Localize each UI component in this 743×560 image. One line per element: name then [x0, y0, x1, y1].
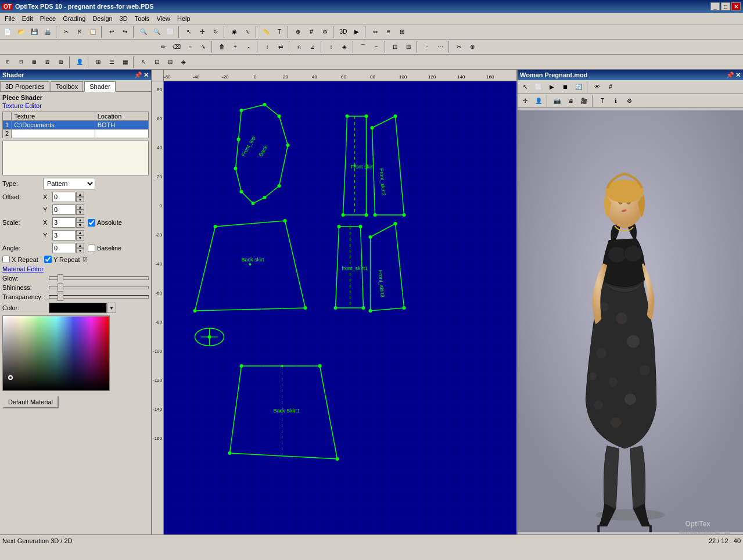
shininess-track[interactable] [49, 286, 149, 289]
tb-distribute[interactable]: ⊞ [396, 26, 408, 38]
menu-help[interactable]: Help [174, 14, 194, 23]
menu-view[interactable]: View [153, 14, 174, 23]
tb-fit[interactable]: ⬜ [164, 26, 177, 38]
tb3-grid-lg[interactable]: ▦ [28, 56, 41, 69]
maximize-button[interactable]: □ [721, 2, 730, 10]
tb2-circle[interactable]: ○ [184, 41, 196, 53]
tb2-break[interactable]: ⋮ [421, 41, 433, 53]
right-panel-controls[interactable]: 📌 ✕ [726, 71, 741, 79]
transparency-thumb[interactable] [58, 293, 63, 301]
x-repeat-checkbox[interactable] [2, 256, 10, 263]
transparency-track[interactable] [49, 295, 149, 299]
tb2-arrow[interactable]: ↕ [261, 41, 274, 53]
tb2-join[interactable]: ⋯ [434, 41, 447, 53]
texture-path-1[interactable]: C:\Documents [12, 121, 95, 130]
texture-path-2[interactable] [12, 130, 95, 138]
tb-select[interactable]: ↖ [182, 26, 195, 38]
tb3-table[interactable]: ⊞ [92, 56, 105, 69]
tb-copy[interactable]: ⎘ [73, 26, 86, 38]
tb3-deselect[interactable]: ⊟ [164, 56, 177, 69]
tb-zoom-out[interactable]: 🔍 [150, 26, 163, 38]
texture-row-2[interactable]: 2 [3, 130, 149, 138]
offset-y-up[interactable]: ▲ [76, 204, 84, 210]
tb2-eraser[interactable]: ⌫ [170, 41, 183, 53]
tb2-trim[interactable]: ✂ [453, 41, 465, 53]
glow-thumb[interactable] [58, 274, 63, 282]
scale-x-input[interactable]: 3 [52, 217, 76, 228]
rp-close[interactable]: ✕ [735, 71, 741, 79]
pattern-canvas-area[interactable]: -60 -40 -20 0 20 40 60 80 100 120 140 16… [152, 70, 516, 534]
scale-x-down[interactable]: ▼ [76, 222, 84, 228]
menu-grading[interactable]: Grading [59, 14, 89, 23]
offset-x-spin[interactable]: 0 ▲ ▼ [52, 192, 84, 202]
material-editor-link[interactable]: Material Editor [2, 265, 149, 272]
tb3-marker[interactable]: ▦ [119, 56, 131, 69]
color-preview[interactable] [49, 303, 107, 313]
tb3-grid-sm[interactable]: ⊞ [1, 56, 14, 69]
texture-location-2[interactable] [95, 130, 148, 138]
shininess-thumb[interactable] [58, 283, 63, 292]
rp-loop-btn[interactable]: 🔄 [572, 81, 585, 94]
y-repeat-checkbox[interactable] [44, 256, 52, 263]
rp-info-btn[interactable]: ℹ [609, 95, 622, 107]
tb-print[interactable]: 🖨️ [41, 26, 54, 38]
rp-frame-btn[interactable]: ⬜ [532, 81, 545, 94]
color-picker-gradient[interactable] [2, 315, 110, 391]
angle-down[interactable]: ▼ [76, 248, 84, 253]
tb3-grid-xl[interactable]: ▨ [41, 56, 54, 69]
tab-shader[interactable]: Shader [84, 81, 115, 92]
angle-btns[interactable]: ▲ ▼ [76, 243, 84, 253]
scale-y-up[interactable]: ▲ [76, 230, 84, 235]
tb-zoom-in[interactable]: 🔍 [137, 26, 150, 38]
menu-tools[interactable]: Tools [131, 14, 153, 23]
tb2-parallel[interactable]: ⊟ [402, 41, 415, 53]
tb-new[interactable]: 📄 [1, 26, 14, 38]
tb-paste[interactable]: 📋 [87, 26, 99, 38]
type-select[interactable]: Pattern Solid Gradient [43, 178, 95, 189]
tb-cut[interactable]: ✂ [60, 26, 73, 38]
tb-move[interactable]: ✢ [196, 26, 209, 38]
tb2-seam[interactable]: ⎌ [293, 41, 306, 53]
panel-header-controls[interactable]: 📌 ✕ [134, 71, 149, 79]
tb3-grid-xxl[interactable]: ▧ [55, 56, 67, 69]
angle-up[interactable]: ▲ [76, 243, 84, 248]
panel-pin[interactable]: 📌 [134, 71, 142, 79]
tb-measure[interactable]: 📏 [260, 26, 272, 38]
tb-node[interactable]: ◉ [228, 26, 241, 38]
tb3-cursor[interactable]: ↖ [137, 56, 150, 69]
tb2-curve[interactable]: ⌒ [357, 41, 369, 53]
tb3-piece-list[interactable]: ☰ [105, 56, 118, 69]
color-dropdown-btn[interactable]: ▼ [107, 303, 116, 313]
tab-toolbox[interactable]: Toolbox [51, 81, 83, 91]
rp-render-btn[interactable]: 🖥 [564, 95, 577, 107]
tb2-remove-point[interactable]: - [242, 41, 255, 53]
tb-text[interactable]: T [273, 26, 286, 38]
model-3d-view[interactable]: OptiTex Next Generation 3D / 2D [518, 108, 743, 534]
rp-stop-btn[interactable]: ⏹ [559, 81, 572, 94]
tb-bezier[interactable]: ∿ [241, 26, 254, 38]
tb2-delete[interactable]: 🗑 [216, 41, 228, 53]
scale-x-btns[interactable]: ▲ ▼ [76, 217, 84, 228]
x-repeat-check[interactable]: X Repeat [2, 256, 38, 263]
tb2-corner[interactable]: ⌐ [370, 41, 383, 53]
pattern-canvas[interactable]: Back Front_top Front skirt [164, 81, 516, 534]
scale-y-down[interactable]: ▼ [76, 235, 84, 240]
offset-y-btns[interactable]: ▲ ▼ [76, 204, 84, 215]
tb-mirror[interactable]: ⇔ [369, 26, 382, 38]
rp-person-btn[interactable]: 👤 [532, 95, 545, 107]
scale-y-input[interactable]: 3 [52, 230, 76, 240]
offset-x-btns[interactable]: ▲ ▼ [76, 192, 84, 202]
menu-3d[interactable]: 3D [116, 14, 131, 23]
offset-x-down[interactable]: ▼ [76, 197, 84, 202]
offset-x-input[interactable]: 0 [52, 192, 76, 202]
minimize-button[interactable]: _ [710, 2, 720, 10]
tb-redo[interactable]: ↪ [119, 26, 131, 38]
y-repeat-check[interactable]: Y Repeat [44, 256, 80, 263]
tab-3d-properties[interactable]: 3D Properties [0, 81, 49, 91]
rp-cursor-btn[interactable]: ↖ [519, 81, 532, 94]
tb-undo[interactable]: ↩ [105, 26, 118, 38]
tb2-mirror2[interactable]: ⊡ [389, 41, 401, 53]
tb2-pen[interactable]: ✏ [157, 41, 170, 53]
panel-close[interactable]: ✕ [143, 71, 149, 79]
rp-grid-btn[interactable]: # [604, 81, 617, 94]
